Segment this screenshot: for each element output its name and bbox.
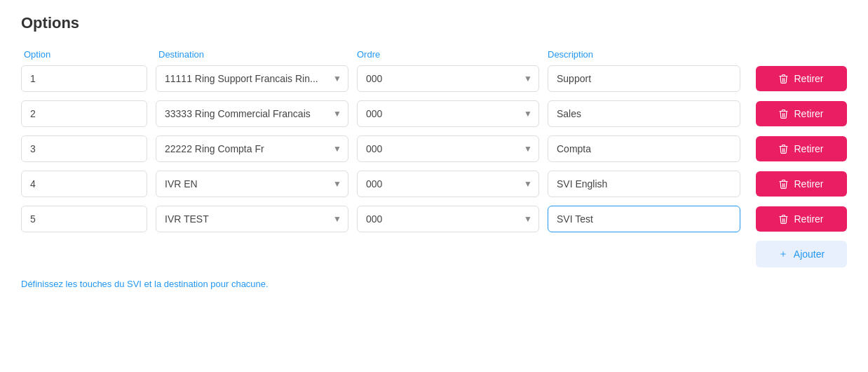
destination-wrapper: 11111 Ring Support Francais Rin...▼ (156, 65, 348, 92)
table-row: 11111 Ring Support Francais Rin...▼000▼ … (21, 65, 847, 92)
retirer-label: Retirer (794, 73, 823, 84)
trash-icon (779, 144, 788, 154)
footer-row: ＋ Ajouter (21, 241, 847, 267)
ordre-wrapper: 000▼ (357, 100, 539, 127)
col-description: Description (548, 49, 738, 60)
destination-wrapper: 33333 Ring Commercial Francais▼ (156, 100, 348, 127)
action-cell: Retirer (749, 66, 847, 91)
action-cell: Retirer (749, 101, 847, 126)
option-input[interactable] (21, 100, 147, 127)
destination-wrapper: IVR EN▼ (156, 171, 348, 197)
retirer-label: Retirer (794, 143, 823, 154)
retirer-label: Retirer (794, 213, 823, 225)
retirer-button[interactable]: Retirer (756, 206, 847, 232)
table-row: IVR EN▼000▼ Retirer (21, 171, 847, 197)
description-input[interactable] (548, 65, 740, 92)
footer-note: Définissez les touches du SVI et la dest… (21, 279, 847, 289)
ordre-select[interactable]: 000 (357, 135, 539, 162)
option-input[interactable] (21, 135, 147, 162)
ordre-wrapper: 000▼ (357, 171, 539, 197)
ordre-wrapper: 000▼ (357, 135, 539, 162)
page-title: Options (21, 14, 847, 32)
ordre-wrapper: 000▼ (357, 206, 539, 232)
option-input[interactable] (21, 65, 147, 92)
destination-select[interactable]: 22222 Ring Compta Fr (156, 135, 348, 162)
ordre-wrapper: 000▼ (357, 65, 539, 92)
description-input[interactable] (548, 206, 740, 232)
col-ordre: Ordre (357, 49, 539, 60)
description-input[interactable] (548, 135, 740, 162)
description-input[interactable] (548, 100, 740, 127)
action-cell: Retirer (749, 206, 847, 232)
retirer-label: Retirer (794, 108, 823, 119)
rows-container: 11111 Ring Support Francais Rin...▼000▼ … (21, 65, 847, 232)
ordre-select[interactable]: 000 (357, 171, 539, 197)
table-row: 33333 Ring Commercial Francais▼000▼ Reti… (21, 100, 847, 127)
destination-wrapper: IVR TEST▼ (156, 206, 348, 232)
trash-icon (779, 74, 788, 84)
description-input[interactable] (548, 171, 740, 197)
destination-select[interactable]: IVR EN (156, 171, 348, 197)
action-cell: Retirer (749, 136, 847, 161)
col-option: Option (24, 49, 150, 60)
trash-icon (779, 109, 788, 119)
table-header: Option Destination Ordre Description (21, 49, 847, 60)
trash-icon (779, 214, 788, 225)
retirer-button[interactable]: Retirer (756, 136, 847, 161)
ordre-select[interactable]: 000 (357, 206, 539, 232)
trash-icon (779, 179, 788, 190)
retirer-button[interactable]: Retirer (756, 101, 847, 126)
retirer-button[interactable]: Retirer (756, 171, 847, 197)
table-row: 22222 Ring Compta Fr▼000▼ Retirer (21, 135, 847, 162)
ajouter-label: Ajouter (794, 248, 825, 260)
destination-select[interactable]: IVR TEST (156, 206, 348, 232)
plus-icon: ＋ (778, 248, 788, 260)
col-destination: Destination (158, 49, 348, 60)
option-input[interactable] (21, 206, 147, 232)
destination-wrapper: 22222 Ring Compta Fr▼ (156, 135, 348, 162)
ajouter-button[interactable]: ＋ Ajouter (756, 241, 847, 267)
retirer-button[interactable]: Retirer (756, 66, 847, 91)
destination-select[interactable]: 33333 Ring Commercial Francais (156, 100, 348, 127)
table-row: IVR TEST▼000▼ Retirer (21, 206, 847, 232)
option-input[interactable] (21, 171, 147, 197)
ordre-select[interactable]: 000 (357, 65, 539, 92)
ordre-select[interactable]: 000 (357, 100, 539, 127)
retirer-label: Retirer (794, 178, 823, 190)
action-cell: Retirer (749, 171, 847, 197)
destination-select[interactable]: 11111 Ring Support Francais Rin... (156, 65, 348, 92)
